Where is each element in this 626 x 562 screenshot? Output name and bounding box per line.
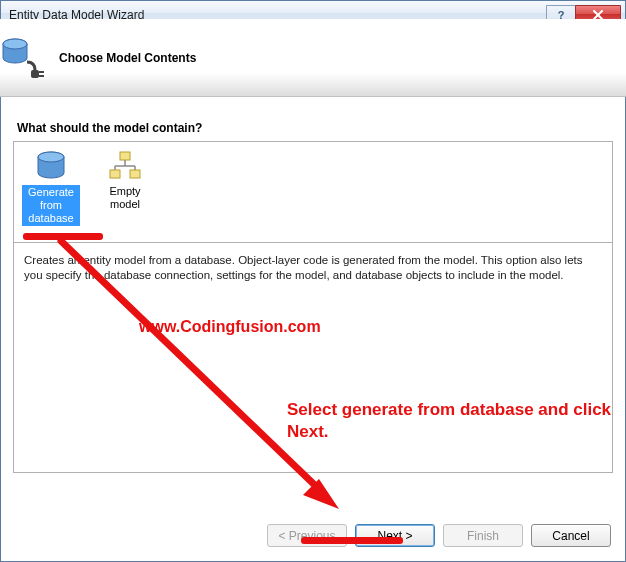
next-button[interactable]: Next > (355, 524, 435, 547)
wizard-buttons: < Previous Next > Finish Cancel (267, 524, 611, 547)
previous-button: < Previous (267, 524, 347, 547)
svg-rect-9 (120, 152, 130, 160)
svg-marker-17 (303, 479, 339, 509)
wizard-content: What should the model contain? Generate … (1, 107, 625, 483)
close-icon (593, 10, 603, 20)
option-empty-model[interactable]: Empty model (94, 148, 156, 213)
empty-model-icon (107, 150, 143, 182)
svg-rect-4 (31, 70, 39, 78)
wizard-window: Entity Data Model Wizard ? Choose Model … (0, 0, 626, 562)
option-generate-from-database[interactable]: Generate from database (20, 148, 82, 228)
wizard-header: Choose Model Contents (0, 19, 626, 97)
cancel-button[interactable]: Cancel (531, 524, 611, 547)
database-icon (33, 150, 69, 182)
option-description: Creates an entity model from a database.… (13, 243, 613, 473)
database-plug-icon (0, 34, 47, 82)
wizard-step-title: Choose Model Contents (59, 51, 196, 65)
svg-rect-14 (110, 170, 120, 178)
finish-button: Finish (443, 524, 523, 547)
option-label: Empty model (109, 185, 140, 210)
option-label: Generate from database (22, 185, 80, 226)
svg-point-8 (38, 152, 64, 162)
model-options: Generate from database Empty model (13, 141, 613, 243)
svg-point-3 (3, 39, 27, 49)
svg-rect-15 (130, 170, 140, 178)
question-label: What should the model contain? (17, 121, 609, 135)
